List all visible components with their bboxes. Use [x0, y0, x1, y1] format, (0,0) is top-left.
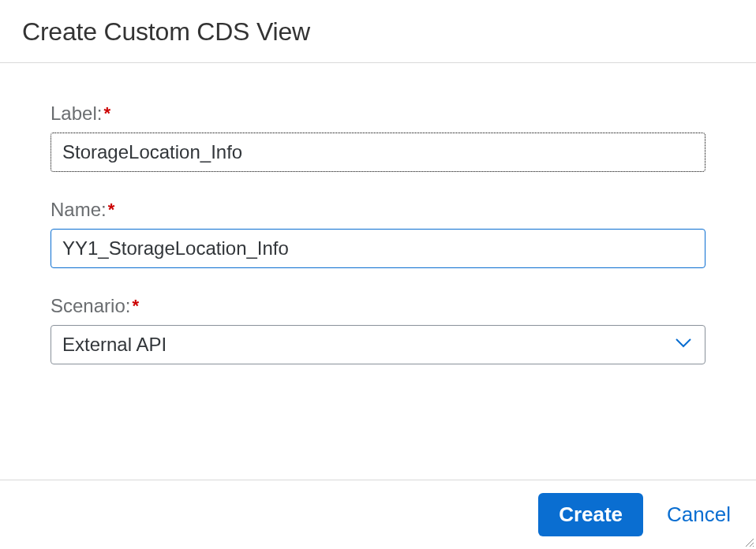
name-input[interactable]: [51, 229, 705, 268]
dialog-header: Create Custom CDS View: [0, 0, 756, 63]
chevron-down-icon: [675, 338, 692, 352]
scenario-field-label: Scenario:*: [51, 295, 139, 317]
required-indicator: *: [132, 296, 139, 316]
form-group-scenario: Scenario:* External API: [51, 295, 705, 364]
label-input[interactable]: [51, 133, 705, 172]
dialog-content: Label:* Name:* Scenario:* External API: [0, 63, 756, 480]
required-indicator: *: [108, 200, 115, 219]
name-field-label: Name:*: [51, 199, 114, 221]
required-indicator: *: [103, 103, 110, 123]
label-field-label: Label:*: [51, 103, 110, 125]
svg-line-0: [746, 539, 754, 547]
dialog-footer: Create Cancel: [0, 480, 756, 549]
svg-line-2: [753, 546, 754, 547]
scenario-select-value: External API: [62, 334, 167, 356]
scenario-select[interactable]: External API: [51, 325, 705, 364]
label-text: Label:: [51, 103, 102, 124]
create-button[interactable]: Create: [538, 493, 643, 536]
name-input-wrap: [51, 229, 705, 268]
cancel-button[interactable]: Cancel: [667, 502, 731, 527]
dialog-title: Create Custom CDS View: [22, 17, 734, 47]
label-text: Scenario:: [51, 295, 130, 316]
create-cds-view-dialog: Create Custom CDS View Label:* Name:* Sc…: [0, 0, 756, 549]
label-text: Name:: [51, 199, 107, 220]
form-group-name: Name:*: [51, 199, 705, 268]
form-group-label: Label:*: [51, 103, 705, 172]
resize-handle-icon[interactable]: [743, 536, 754, 547]
label-input-wrap: [51, 133, 705, 172]
